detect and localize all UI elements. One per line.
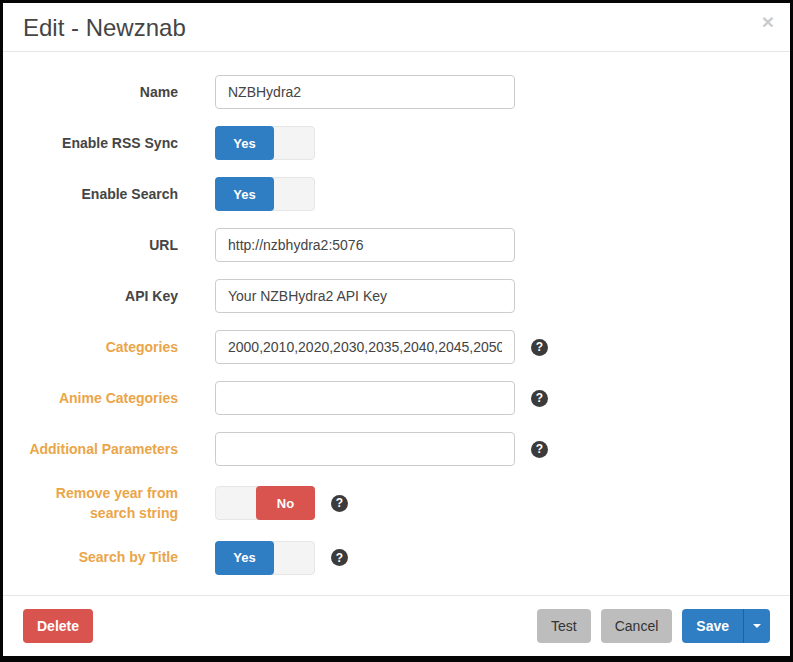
url-row: URL bbox=[23, 228, 770, 262]
name-label: Name bbox=[23, 82, 178, 102]
search-by-title-label: Search by Title bbox=[23, 547, 178, 567]
anime-categories-row: Anime Categories ? bbox=[23, 381, 770, 415]
modal-body: Name Enable RSS Sync Yes Enable Search Y… bbox=[3, 52, 790, 595]
additional-parameters-label: Additional Parameters bbox=[23, 439, 178, 459]
question-icon[interactable]: ? bbox=[331, 495, 348, 512]
enable-search-label: Enable Search bbox=[23, 184, 178, 204]
modal-header: Edit - Newznab × bbox=[3, 3, 790, 52]
question-icon[interactable]: ? bbox=[531, 441, 548, 458]
categories-row: Categories ? bbox=[23, 330, 770, 364]
api-key-label: API Key bbox=[23, 286, 178, 306]
categories-input[interactable] bbox=[215, 330, 515, 364]
save-dropdown-button[interactable] bbox=[743, 609, 770, 643]
question-icon[interactable]: ? bbox=[531, 339, 548, 356]
url-input[interactable] bbox=[215, 228, 515, 262]
cancel-button[interactable]: Cancel bbox=[601, 609, 673, 643]
modal-footer: Delete Test Cancel Save bbox=[3, 595, 790, 656]
anime-categories-input[interactable] bbox=[215, 381, 515, 415]
search-by-title-row: Search by Title Yes ? bbox=[23, 541, 770, 575]
test-button[interactable]: Test bbox=[537, 609, 591, 643]
url-label: URL bbox=[23, 235, 178, 255]
api-key-row: API Key bbox=[23, 279, 770, 313]
save-button[interactable]: Save bbox=[682, 609, 743, 643]
name-input[interactable] bbox=[215, 75, 515, 109]
toggle-state-label: Yes bbox=[215, 126, 274, 160]
edit-newznab-modal: Edit - Newznab × Name Enable RSS Sync Ye… bbox=[0, 0, 793, 662]
close-icon[interactable]: × bbox=[762, 11, 774, 32]
modal-title: Edit - Newznab bbox=[23, 14, 770, 42]
additional-parameters-row: Additional Parameters ? bbox=[23, 432, 770, 466]
remove-year-toggle[interactable]: No bbox=[215, 486, 315, 520]
additional-parameters-input[interactable] bbox=[215, 432, 515, 466]
toggle-state-label: Yes bbox=[215, 541, 274, 575]
chevron-down-icon bbox=[753, 624, 761, 628]
enable-rss-sync-toggle[interactable]: Yes bbox=[215, 126, 315, 160]
remove-year-label: Remove year from search string bbox=[23, 483, 178, 524]
question-icon[interactable]: ? bbox=[531, 390, 548, 407]
save-split-button: Save bbox=[682, 609, 770, 643]
delete-button[interactable]: Delete bbox=[23, 609, 93, 643]
toggle-state-label: No bbox=[256, 486, 315, 520]
api-key-input[interactable] bbox=[215, 279, 515, 313]
anime-categories-label: Anime Categories bbox=[23, 388, 178, 408]
name-row: Name bbox=[23, 75, 770, 109]
enable-search-toggle[interactable]: Yes bbox=[215, 177, 315, 211]
toggle-state-label: Yes bbox=[215, 177, 274, 211]
question-icon[interactable]: ? bbox=[331, 549, 348, 566]
enable-rss-sync-row: Enable RSS Sync Yes bbox=[23, 126, 770, 160]
enable-search-row: Enable Search Yes bbox=[23, 177, 770, 211]
search-by-title-toggle[interactable]: Yes bbox=[215, 541, 315, 575]
remove-year-row: Remove year from search string No ? bbox=[23, 483, 770, 524]
enable-rss-sync-label: Enable RSS Sync bbox=[23, 133, 178, 153]
categories-label: Categories bbox=[23, 337, 178, 357]
